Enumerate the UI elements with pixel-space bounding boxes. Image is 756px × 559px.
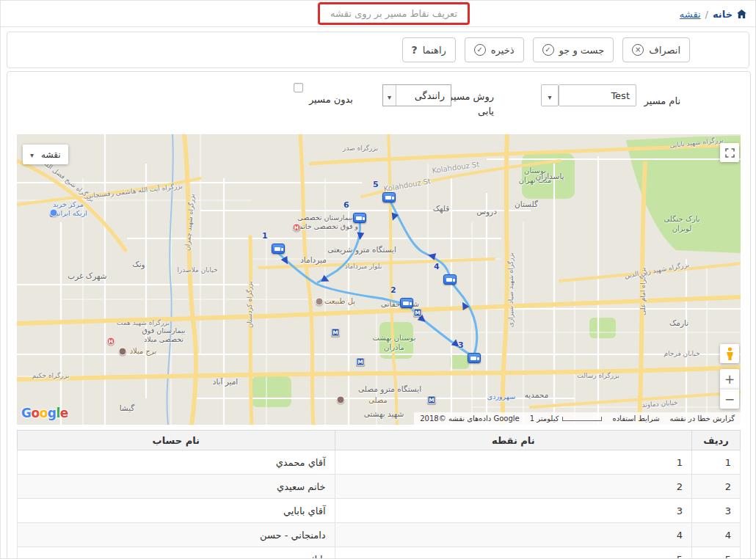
terms-link[interactable]: شرایط استفاده: [612, 414, 659, 423]
check-circle-icon: ✓: [542, 44, 554, 56]
map-attribution: داده‌های نقشه ©2018 Google 1 کیلومتر شرا…: [414, 412, 741, 425]
table-row[interactable]: 11آقاي محمدي: [18, 450, 741, 475]
cancel-button-label: انصراف: [649, 45, 680, 56]
table-header-row: ردیف نام نقطه نام حساب: [18, 431, 741, 450]
fullscreen-button[interactable]: [720, 143, 739, 162]
check-circle-icon: ✓: [474, 44, 486, 56]
routing-method-value: رانندگی: [396, 90, 451, 101]
account-name-cell: خانم سعيدي: [18, 475, 335, 499]
row-number-cell: 5: [692, 547, 741, 559]
poi-icon: [50, 209, 58, 217]
map-type-control[interactable]: نقشه: [23, 145, 68, 164]
question-mark-icon: ?: [412, 44, 418, 56]
metro-station-icon: M: [414, 309, 422, 317]
metro-station-icon: M: [428, 396, 436, 404]
poi-icon: [337, 396, 345, 404]
no-route-label: بدون مسیر: [309, 94, 353, 105]
zoom-in-button[interactable]: +: [720, 369, 739, 389]
vehicle-marker-icon: [468, 353, 481, 363]
account-name-cell: دامنجاني - حسن: [18, 523, 335, 547]
cancel-button[interactable]: انصراف ×: [622, 37, 690, 62]
cancel-icon: ×: [632, 44, 644, 56]
metro-station-icon: M: [332, 329, 340, 337]
route-name-label: نام مسیر: [644, 95, 680, 106]
vehicle-marker-icon: [443, 274, 457, 285]
search-button-label: جست و جو: [559, 45, 605, 56]
marker-number: 5: [373, 180, 379, 189]
breadcrumb: خانه / نقشه: [680, 1, 746, 27]
scale-bar: [562, 417, 602, 421]
metro-station-icon: M: [357, 358, 365, 366]
save-button-label: ذخیره: [491, 45, 515, 56]
zoom-out-button[interactable]: −: [720, 389, 739, 409]
point-name-cell: 1: [335, 450, 691, 475]
map-scale-control[interactable]: 1 کیلومتر: [530, 414, 603, 423]
no-route-checkbox[interactable]: [294, 83, 303, 92]
row-number-header: ردیف: [692, 431, 741, 450]
marker-number: 4: [434, 262, 440, 271]
vehicle-marker-icon: [353, 213, 366, 223]
scale-label: 1 کیلومتر: [530, 414, 559, 423]
routing-method-label: روش مسیر یابی: [446, 89, 494, 118]
row-number-cell: 4: [692, 523, 741, 547]
account-name-cell: آقاي محمدي: [18, 450, 335, 475]
point-name-cell: 3: [335, 499, 691, 523]
map-type-label: نقشه: [41, 150, 61, 160]
home-icon: [737, 10, 746, 18]
point-name-cell: 4: [335, 523, 691, 547]
poi-icon: [119, 348, 127, 356]
fullscreen-icon: [725, 148, 735, 158]
table-row[interactable]: 22خانم سعيدي: [18, 475, 741, 499]
point-name-cell: 2: [335, 475, 691, 499]
account-name-header: نام حساب: [18, 431, 335, 450]
marker-number: 6: [344, 200, 349, 210]
point-name-cell: 5: [335, 547, 691, 559]
pegman-icon: [726, 347, 734, 361]
point-name-header: نام نقطه: [335, 431, 691, 450]
marker-number: 1: [262, 231, 268, 241]
map-canvas[interactable]: بوستان ملت تهرانبیمارستان تخصصی و فوق تخ…: [17, 134, 741, 425]
poi-icon: [316, 298, 324, 306]
chevron-down-icon: [30, 150, 34, 160]
report-map-error-link[interactable]: گزارش خطا در نقشه: [670, 414, 735, 423]
row-number-cell: 1: [692, 450, 741, 475]
points-table-body: 11آقاي محمدي22خانم سعيدي33آقاي بابايي44د…: [18, 450, 741, 559]
row-number-cell: 2: [692, 475, 741, 499]
street-view-pegman[interactable]: [720, 344, 739, 363]
table-row[interactable]: 33آقاي بابايي: [18, 499, 741, 523]
help-button[interactable]: راهنما ?: [402, 37, 456, 62]
highlight-annotation: تعریف نقاط مسیر بر روی نقشه: [318, 2, 470, 25]
hospital-icon: H: [107, 337, 115, 346]
route-points-table: ردیف نام نقطه نام حساب 11آقاي محمدي22خان…: [17, 430, 741, 559]
route-name-dropdown-toggle[interactable]: [541, 84, 559, 106]
toolbar-panel: انصراف × جست و جو ✓ ذخیره ✓ راهنما ?: [7, 32, 749, 68]
table-row[interactable]: 44دامنجاني - حسن: [18, 523, 741, 547]
search-button[interactable]: جست و جو ✓: [533, 37, 614, 62]
routing-method-select[interactable]: رانندگی: [382, 84, 451, 106]
vehicle-marker-icon: [272, 244, 285, 254]
vehicle-marker-icon: [382, 192, 396, 202]
row-number-cell: 3: [692, 499, 741, 523]
hospital-icon: H: [293, 224, 301, 232]
google-logo[interactable]: Google: [21, 406, 68, 420]
route-points-page: خانه / نقشه تعریف نقاط مسیر بر روی نقشه …: [0, 0, 756, 559]
help-button-label: راهنما: [423, 45, 446, 56]
chevron-down-icon: [383, 85, 396, 106]
map-data-attribution: داده‌های نقشه ©2018 Google: [420, 414, 519, 423]
breadcrumb-map-link[interactable]: نقشه: [680, 9, 701, 20]
account-name-cell: آقاي بابايي: [18, 499, 335, 523]
marker-number: 3: [458, 340, 464, 350]
route-name-input[interactable]: [559, 84, 636, 106]
page-title: تعریف نقاط مسیر بر روی نقشه: [330, 8, 457, 19]
table-row[interactable]: 55بانك سپه: [18, 547, 741, 559]
breadcrumb-home-link[interactable]: خانه: [713, 9, 733, 20]
breadcrumb-separator: /: [705, 9, 708, 20]
breadcrumb-bar: خانه / نقشه تعریف نقاط مسیر بر روی نقشه: [1, 1, 755, 27]
toolbar-buttons: انصراف × جست و جو ✓ ذخیره ✓ راهنما ?: [402, 37, 690, 62]
chevron-down-icon: [548, 89, 551, 103]
vehicle-marker-icon: [400, 298, 413, 308]
marker-number: 2: [390, 285, 396, 295]
account-name-cell: بانك سپه: [18, 547, 335, 559]
save-button[interactable]: ذخیره ✓: [465, 37, 524, 62]
map-tiles: [17, 134, 741, 425]
